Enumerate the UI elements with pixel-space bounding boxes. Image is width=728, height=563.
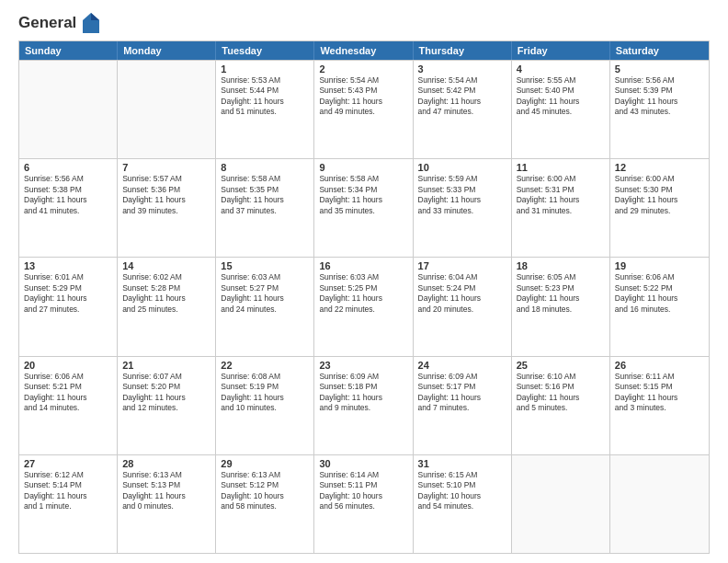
day-info: Sunrise: 6:14 AMSunset: 5:11 PMDaylight:… (319, 470, 407, 512)
calendar-cell: 7Sunrise: 5:57 AMSunset: 5:36 PMDaylight… (118, 159, 216, 257)
day-number: 2 (319, 63, 407, 75)
calendar-cell: 14Sunrise: 6:02 AMSunset: 5:28 PMDayligh… (118, 258, 216, 355)
day-info: Sunrise: 5:57 AMSunset: 5:36 PMDaylight:… (122, 174, 210, 216)
calendar-cell: 13Sunrise: 6:01 AMSunset: 5:29 PMDayligh… (19, 258, 118, 355)
day-info: Sunrise: 5:54 AMSunset: 5:43 PMDaylight:… (319, 75, 407, 118)
day-number: 6 (24, 162, 112, 173)
day-number: 14 (122, 260, 210, 271)
header-day-tuesday: Tuesday (216, 41, 314, 60)
day-info: Sunrise: 6:06 AMSunset: 5:21 PMDaylight:… (24, 372, 112, 414)
day-info: Sunrise: 5:56 AMSunset: 5:39 PMDaylight:… (615, 75, 704, 118)
day-info: Sunrise: 6:09 AMSunset: 5:17 PMDaylight:… (418, 372, 506, 414)
header-day-wednesday: Wednesday (314, 41, 413, 60)
calendar-week-1: 1Sunrise: 5:53 AMSunset: 5:44 PMDaylight… (19, 60, 709, 158)
day-number: 20 (24, 360, 112, 371)
page-header: General (18, 15, 710, 33)
calendar-week-5: 27Sunrise: 6:12 AMSunset: 5:14 PMDayligh… (19, 454, 709, 553)
day-number: 11 (517, 162, 605, 173)
calendar-cell: 5Sunrise: 5:56 AMSunset: 5:39 PMDaylight… (610, 61, 709, 158)
day-info: Sunrise: 6:13 AMSunset: 5:12 PMDaylight:… (221, 470, 309, 512)
day-number: 23 (319, 360, 407, 371)
calendar-cell: 11Sunrise: 6:00 AMSunset: 5:31 PMDayligh… (512, 159, 610, 257)
day-number: 28 (122, 458, 210, 469)
day-info: Sunrise: 5:58 AMSunset: 5:34 PMDaylight:… (319, 174, 407, 216)
header-day-thursday: Thursday (414, 41, 512, 60)
calendar-cell: 30Sunrise: 6:14 AMSunset: 5:11 PMDayligh… (314, 455, 413, 553)
calendar-header: SundayMondayTuesdayWednesdayThursdayFrid… (19, 41, 709, 60)
calendar-cell: 2Sunrise: 5:54 AMSunset: 5:43 PMDaylight… (314, 61, 413, 158)
header-day-monday: Monday (118, 41, 216, 60)
day-number: 5 (615, 63, 704, 75)
calendar-week-3: 13Sunrise: 6:01 AMSunset: 5:29 PMDayligh… (19, 257, 709, 355)
day-number: 30 (319, 458, 407, 469)
day-info: Sunrise: 6:03 AMSunset: 5:27 PMDaylight:… (221, 272, 309, 315)
day-info: Sunrise: 6:13 AMSunset: 5:13 PMDaylight:… (122, 470, 210, 512)
day-number: 31 (418, 458, 506, 469)
day-info: Sunrise: 6:07 AMSunset: 5:20 PMDaylight:… (122, 372, 210, 414)
calendar-cell (19, 61, 118, 158)
day-number: 10 (418, 162, 506, 173)
day-number: 1 (221, 63, 309, 75)
day-number: 4 (517, 63, 605, 75)
calendar-cell: 18Sunrise: 6:05 AMSunset: 5:23 PMDayligh… (512, 258, 610, 355)
calendar-cell: 1Sunrise: 5:53 AMSunset: 5:44 PMDaylight… (216, 61, 314, 158)
day-info: Sunrise: 6:08 AMSunset: 5:19 PMDaylight:… (221, 372, 309, 414)
calendar-cell: 15Sunrise: 6:03 AMSunset: 5:27 PMDayligh… (216, 258, 314, 355)
svg-marker-1 (91, 13, 99, 20)
day-info: Sunrise: 6:02 AMSunset: 5:28 PMDaylight:… (122, 272, 210, 315)
header-day-saturday: Saturday (610, 41, 709, 60)
day-info: Sunrise: 6:03 AMSunset: 5:25 PMDaylight:… (319, 272, 407, 315)
calendar-cell: 16Sunrise: 6:03 AMSunset: 5:25 PMDayligh… (314, 258, 413, 355)
day-info: Sunrise: 6:12 AMSunset: 5:14 PMDaylight:… (24, 470, 112, 512)
day-number: 3 (418, 63, 506, 75)
day-info: Sunrise: 6:09 AMSunset: 5:18 PMDaylight:… (319, 372, 407, 414)
day-info: Sunrise: 6:00 AMSunset: 5:30 PMDaylight:… (615, 174, 704, 216)
calendar-cell: 27Sunrise: 6:12 AMSunset: 5:14 PMDayligh… (19, 455, 118, 553)
day-number: 26 (615, 360, 704, 371)
day-info: Sunrise: 5:56 AMSunset: 5:38 PMDaylight:… (24, 174, 112, 216)
day-number: 9 (319, 162, 407, 173)
calendar-cell: 19Sunrise: 6:06 AMSunset: 5:22 PMDayligh… (610, 258, 709, 355)
calendar-week-4: 20Sunrise: 6:06 AMSunset: 5:21 PMDayligh… (19, 356, 709, 454)
calendar-cell: 20Sunrise: 6:06 AMSunset: 5:21 PMDayligh… (19, 357, 118, 454)
day-number: 29 (221, 458, 309, 469)
header-day-friday: Friday (512, 41, 610, 60)
day-number: 13 (24, 260, 112, 271)
calendar-cell (118, 61, 216, 158)
calendar-cell: 26Sunrise: 6:11 AMSunset: 5:15 PMDayligh… (610, 357, 709, 454)
calendar-cell: 29Sunrise: 6:13 AMSunset: 5:12 PMDayligh… (216, 455, 314, 553)
calendar-cell: 31Sunrise: 6:15 AMSunset: 5:10 PMDayligh… (414, 455, 512, 553)
logo: General (18, 15, 99, 33)
day-info: Sunrise: 5:54 AMSunset: 5:42 PMDaylight:… (418, 75, 506, 118)
day-info: Sunrise: 6:15 AMSunset: 5:10 PMDaylight:… (418, 470, 506, 512)
day-info: Sunrise: 6:10 AMSunset: 5:16 PMDaylight:… (517, 372, 605, 414)
calendar-cell: 21Sunrise: 6:07 AMSunset: 5:20 PMDayligh… (118, 357, 216, 454)
logo-general: General (18, 14, 76, 31)
day-info: Sunrise: 5:58 AMSunset: 5:35 PMDaylight:… (221, 174, 309, 216)
day-info: Sunrise: 6:11 AMSunset: 5:15 PMDaylight:… (615, 372, 704, 414)
day-number: 7 (122, 162, 210, 173)
day-number: 21 (122, 360, 210, 371)
calendar-cell: 10Sunrise: 5:59 AMSunset: 5:33 PMDayligh… (414, 159, 512, 257)
day-number: 22 (221, 360, 309, 371)
day-info: Sunrise: 5:59 AMSunset: 5:33 PMDaylight:… (418, 174, 506, 216)
calendar-cell (610, 455, 709, 553)
day-number: 16 (319, 260, 407, 271)
calendar-cell: 12Sunrise: 6:00 AMSunset: 5:30 PMDayligh… (610, 159, 709, 257)
day-number: 18 (517, 260, 605, 271)
calendar-cell: 25Sunrise: 6:10 AMSunset: 5:16 PMDayligh… (512, 357, 610, 454)
calendar-cell: 17Sunrise: 6:04 AMSunset: 5:24 PMDayligh… (414, 258, 512, 355)
calendar-cell: 24Sunrise: 6:09 AMSunset: 5:17 PMDayligh… (414, 357, 512, 454)
day-info: Sunrise: 6:06 AMSunset: 5:22 PMDaylight:… (615, 272, 704, 315)
day-info: Sunrise: 6:04 AMSunset: 5:24 PMDaylight:… (418, 272, 506, 315)
calendar-cell (512, 455, 610, 553)
calendar-cell: 6Sunrise: 5:56 AMSunset: 5:38 PMDaylight… (19, 159, 118, 257)
day-info: Sunrise: 5:53 AMSunset: 5:44 PMDaylight:… (221, 75, 309, 118)
day-number: 24 (418, 360, 506, 371)
calendar: SundayMondayTuesdayWednesdayThursdayFrid… (18, 40, 710, 554)
day-number: 19 (615, 260, 704, 271)
day-number: 8 (221, 162, 309, 173)
day-number: 25 (517, 360, 605, 371)
calendar-cell: 23Sunrise: 6:09 AMSunset: 5:18 PMDayligh… (314, 357, 413, 454)
day-info: Sunrise: 6:05 AMSunset: 5:23 PMDaylight:… (517, 272, 605, 315)
